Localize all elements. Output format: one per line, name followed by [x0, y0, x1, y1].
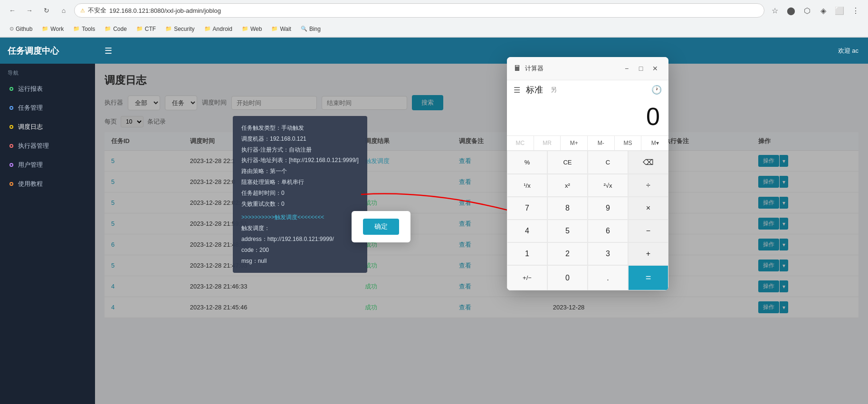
- calc-grid: % CE C ⌫ ¹/x x² ²√x ÷ 7 8 9 × 4 5 6 − 1 …: [507, 151, 668, 290]
- mem-ms-button[interactable]: MS: [615, 136, 642, 150]
- calc-header: ☰ 标准 另 🕐: [507, 80, 668, 99]
- folder-icon: 📁: [73, 26, 80, 32]
- calc-decimal-button[interactable]: .: [588, 265, 628, 290]
- bookmark-work[interactable]: 📁 Work: [38, 24, 67, 34]
- folder-icon: 📁: [42, 26, 48, 32]
- bookmark-star-button[interactable]: ☆: [768, 4, 782, 17]
- calc-3-button[interactable]: 3: [588, 242, 628, 265]
- bookmarks-bar: ⊙ Github 📁 Work 📁 Tools 📁 Code 📁 CTF 📁 S…: [0, 21, 868, 37]
- sidebar-item-tasks[interactable]: 任务管理: [0, 98, 95, 117]
- folder-icon: 📁: [271, 26, 278, 32]
- close-button[interactable]: ✕: [649, 62, 662, 75]
- sidebar-item-tutorial[interactable]: 使用教程: [0, 174, 95, 193]
- bookmark-wait[interactable]: 📁 Wait: [267, 24, 295, 34]
- dot-icon: [10, 144, 13, 148]
- folder-icon: 📁: [165, 26, 172, 32]
- calc-titlebar-buttons: − □ ✕: [620, 62, 662, 75]
- lock-icon: ⚠: [80, 8, 85, 14]
- reload-button[interactable]: ↻: [40, 4, 53, 17]
- tooltip-code: code：200: [241, 245, 359, 256]
- calc-memory-row: MC MR M+ M- MS M▾: [507, 135, 668, 151]
- tooltip-line1: 任务触发类型：手动触发: [241, 123, 359, 134]
- nav-label: 导航: [0, 64, 95, 79]
- home-button[interactable]: ⌂: [57, 4, 70, 17]
- search-icon: 🔍: [301, 26, 307, 32]
- bookmark-security[interactable]: 📁 Security: [162, 24, 198, 34]
- calc-square-button[interactable]: x²: [547, 174, 588, 197]
- tooltip-line3: 执行器-注册方式：自动注册: [241, 144, 359, 155]
- hamburger-icon[interactable]: ☰: [105, 46, 112, 56]
- sidebar-item-executors[interactable]: 执行器管理: [0, 136, 95, 155]
- mem-mv-button[interactable]: M▾: [641, 136, 668, 150]
- sidebar-item-users[interactable]: 用户管理: [0, 155, 95, 174]
- app-container: 任务调度中心 导航 运行报表 任务管理 调度日志 执行器管理 用户管理 使用教程: [0, 38, 868, 404]
- mem-mplus-button[interactable]: M+: [561, 136, 588, 150]
- calc-equals-button[interactable]: =: [628, 265, 668, 290]
- forward-button[interactable]: →: [23, 4, 36, 17]
- bookmark-tools[interactable]: 📁 Tools: [69, 24, 99, 34]
- mem-mc-button[interactable]: MC: [507, 136, 534, 150]
- maximize-button[interactable]: □: [634, 62, 648, 75]
- bookmark-github[interactable]: ⊙ Github: [6, 24, 36, 34]
- calc-multiply-button[interactable]: ×: [628, 197, 668, 220]
- calc-backspace-button[interactable]: ⌫: [628, 151, 668, 174]
- dot-icon: [10, 163, 13, 167]
- extension1-button[interactable]: ⬡: [801, 4, 814, 17]
- main-content: ☰ 欢迎 ac 调度日志 执行器 全部 任务 调度时间 搜索: [95, 38, 868, 404]
- calc-minus-button[interactable]: −: [628, 220, 668, 242]
- calc-6-button[interactable]: 6: [588, 220, 628, 242]
- trigger-label: 触发调度：: [241, 223, 359, 234]
- bookmark-android[interactable]: 📁 Android: [200, 24, 236, 34]
- calc-c-button[interactable]: C: [588, 151, 628, 174]
- menu-button[interactable]: ⋮: [849, 4, 862, 17]
- calc-ce-button[interactable]: CE: [547, 151, 588, 174]
- minimize-button[interactable]: −: [620, 62, 633, 75]
- calc-9-button[interactable]: 9: [588, 197, 628, 220]
- calc-plus-button[interactable]: +: [628, 242, 668, 265]
- calc-2-button[interactable]: 2: [547, 242, 588, 265]
- calc-title-left: 🖩 计算器: [514, 64, 544, 73]
- calc-divide-button[interactable]: ÷: [628, 174, 668, 197]
- top-bar: ☰ 欢迎 ac: [95, 38, 868, 64]
- tooltip-line4: 执行器-地址列表：[http://192.168.0.121:9999/]: [241, 155, 359, 166]
- calc-7-button[interactable]: 7: [507, 197, 547, 220]
- calc-percent-button[interactable]: %: [507, 151, 547, 174]
- browser-actions: ☆ ⬤ ⬡ ◈ ⬜ ⋮: [768, 4, 862, 17]
- bookmark-ctf[interactable]: 📁 CTF: [133, 24, 160, 34]
- folder-icon: 📁: [204, 26, 211, 32]
- bookmark-web[interactable]: 📁 Web: [238, 24, 266, 34]
- folder-icon: 📁: [242, 26, 248, 32]
- calc-4-button[interactable]: 4: [507, 220, 547, 242]
- bookmark-bing[interactable]: 🔍 Bing: [297, 24, 324, 34]
- address-bar[interactable]: ⚠ 不安全 192.168.0.121:8080/xxl-job-admin/j…: [74, 3, 764, 18]
- confirm-dialog: 确定: [352, 211, 410, 242]
- sidebar-item-logs[interactable]: 调度日志: [0, 117, 95, 136]
- dot-icon: [10, 125, 13, 129]
- extension3-button[interactable]: ⬜: [833, 4, 846, 17]
- tooltip-popup: 任务触发类型：手动触发 调度机器：192.168.0.121 执行器-注册方式：…: [233, 116, 367, 273]
- tooltip-address: address：http://192.168.0.121:9999/: [241, 234, 359, 245]
- folder-icon: 📁: [105, 26, 111, 32]
- calculator-window: 🖩 计算器 − □ ✕ ☰ 标准 另 🕐 0 MC MR M+ M- MS M▾…: [507, 57, 668, 290]
- folder-icon: 📁: [136, 26, 143, 32]
- calc-history-icon[interactable]: 🕐: [651, 85, 662, 95]
- calc-5-button[interactable]: 5: [547, 220, 588, 242]
- calc-inverse-button[interactable]: ¹/x: [507, 174, 547, 197]
- mem-mminus-button[interactable]: M-: [588, 136, 615, 150]
- profile-button[interactable]: ⬤: [784, 4, 798, 17]
- sidebar-item-report[interactable]: 运行报表: [0, 79, 95, 98]
- dot-icon: [10, 182, 13, 186]
- mem-mr-button[interactable]: MR: [534, 136, 561, 150]
- calc-0-button[interactable]: 0: [547, 265, 588, 290]
- page-body: 调度日志 执行器 全部 任务 调度时间 搜索 每页 10: [95, 64, 868, 404]
- calc-1-button[interactable]: 1: [507, 242, 547, 265]
- calc-negate-button[interactable]: +/−: [507, 265, 547, 290]
- back-button[interactable]: ←: [6, 4, 19, 17]
- calc-menu-icon[interactable]: ☰: [514, 86, 520, 95]
- browser-toolbar: ← → ↻ ⌂ ⚠ 不安全 192.168.0.121:8080/xxl-job…: [0, 0, 868, 21]
- extension2-button[interactable]: ◈: [817, 4, 830, 17]
- bookmark-code[interactable]: 📁 Code: [101, 24, 131, 34]
- confirm-button[interactable]: 确定: [363, 219, 399, 235]
- calc-sqrt-button[interactable]: ²√x: [588, 174, 628, 197]
- calc-8-button[interactable]: 8: [547, 197, 588, 220]
